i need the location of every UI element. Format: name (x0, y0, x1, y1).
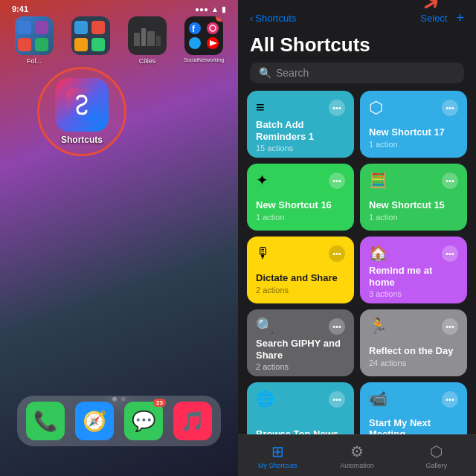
more-button[interactable]: ••• (329, 100, 345, 116)
svg-point-6 (189, 22, 201, 34)
more-button[interactable]: ••• (442, 391, 458, 408)
app-social[interactable]: 3 f SocialNetworking (178, 16, 229, 65)
card-content: New Shortcut 17 1 action (369, 123, 458, 149)
music-icon[interactable]: 🎵 (173, 402, 212, 440)
shortcut-card-16[interactable]: ✦ ••• New Shortcut 16 1 action (247, 164, 354, 231)
status-icons: ●●● ▲ ▮ (195, 5, 226, 13)
app-cities[interactable]: Cities (122, 16, 173, 65)
add-button[interactable]: + (456, 10, 464, 26)
tab-gallery[interactable]: ⬡ Gallery (396, 443, 476, 469)
folder-icon-1 (15, 16, 54, 55)
card-header: 🧮 ••• (369, 173, 458, 189)
card-icon: 🌐 (256, 391, 274, 406)
phone-emoji: 📞 (33, 410, 57, 433)
shortcuts-app-icon (55, 78, 109, 132)
more-button[interactable]: ••• (329, 318, 345, 335)
signal-icon: ●●● (195, 5, 208, 13)
svg-point-9 (210, 25, 216, 31)
card-title: New Shortcut 15 (369, 199, 458, 211)
shortcut-card-giphy[interactable]: 🔍 ••• Search GIPHY and Share 2 actions (247, 309, 354, 376)
card-icon: 🎙 (256, 245, 271, 260)
safari-icon[interactable]: 🧭 (75, 402, 114, 440)
messages-badge: 23 (153, 399, 166, 407)
badge: 3 (216, 16, 223, 22)
card-icon: 🏠 (369, 245, 387, 260)
card-content: Dictate and Share 2 actions (256, 269, 345, 295)
more-button[interactable]: ••• (442, 173, 458, 189)
social-icon: 3 f (184, 16, 223, 55)
gallery-label: Gallery (425, 462, 447, 469)
card-subtitle: 2 actions (256, 362, 345, 371)
social-svg: f (186, 18, 222, 54)
more-button[interactable]: ••• (442, 318, 458, 335)
shortcuts-app: ‹ Shortcuts ➜ Select + All Shortcuts 🔍 S… (238, 0, 476, 476)
tab-automation[interactable]: ⚙ Automation (318, 443, 397, 469)
shortcuts-label: Shortcuts (61, 135, 103, 145)
shortcut-card-17[interactable]: ⬡ ••• New Shortcut 17 1 action (360, 91, 467, 158)
tab-my-shortcuts[interactable]: ⊞ My Shortcuts (238, 443, 318, 469)
card-subtitle: 3 actions (369, 289, 458, 298)
more-button[interactable]: ••• (329, 391, 345, 408)
shortcut-card-reflect[interactable]: 🏃 ••• Reflect on the Day 24 actions (360, 309, 467, 376)
folder-mini (91, 38, 105, 51)
page-title: All Shortcuts (238, 30, 476, 62)
phone-icon[interactable]: 📞 (26, 402, 65, 440)
shortcuts-logo (65, 89, 98, 121)
card-header: 📹 ••• (369, 391, 458, 408)
shortcut-card-batch[interactable]: ≡ ••• Batch Add Reminders 1 15 actions (247, 91, 354, 158)
folder-mini (18, 38, 31, 51)
card-subtitle: 1 action (256, 213, 345, 222)
shortcut-card-dictate[interactable]: 🎙 ••• Dictate and Share 2 actions (247, 237, 354, 303)
folder-mini (18, 21, 31, 34)
svg-rect-4 (156, 36, 161, 46)
card-content: New Shortcut 15 1 action (369, 196, 458, 222)
svg-rect-2 (141, 28, 146, 46)
card-content: Batch Add Reminders 1 15 actions (256, 116, 345, 152)
home-screen: 9:41 ●●● ▲ ▮ Fol... (0, 0, 238, 476)
automation-icon: ⚙ (350, 443, 364, 460)
messages-icon[interactable]: 💬 23 (124, 402, 163, 440)
more-button[interactable]: ••• (442, 100, 458, 116)
shortcut-card-15[interactable]: 🧮 ••• New Shortcut 15 1 action (360, 164, 467, 231)
app-folder-2[interactable] (65, 16, 116, 65)
more-button[interactable]: ••• (329, 245, 345, 262)
folder-icon-2 (71, 16, 110, 55)
status-bar: 9:41 ●●● ▲ ▮ (0, 0, 238, 13)
folder-mini (35, 38, 48, 51)
card-content: Reflect on the Day 24 actions (369, 342, 458, 367)
app-label: Fol... (27, 57, 42, 65)
card-title: Search GIPHY and Share (256, 338, 345, 361)
card-content: Remind me at home 3 actions (369, 262, 458, 298)
svg-rect-1 (134, 33, 140, 46)
folder-mini (91, 21, 105, 34)
tab-bar: ⊞ My Shortcuts ⚙ Automation ⬡ Gallery (238, 434, 476, 476)
svg-point-10 (189, 37, 201, 49)
card-content: New Shortcut 16 1 action (256, 196, 345, 222)
messages-emoji: 💬 (132, 410, 155, 433)
card-header: 🎙 ••• (256, 245, 345, 262)
card-header: ✦ ••• (256, 173, 345, 189)
time: 9:41 (12, 4, 28, 13)
card-header: ≡ ••• (256, 100, 345, 116)
card-header: ⬡ ••• (369, 100, 458, 116)
shortcuts-highlight[interactable]: Shortcuts (37, 67, 126, 156)
arrow-indicator: ➜ Select (420, 13, 447, 24)
shortcut-card-remind[interactable]: 🏠 ••• Remind me at home 3 actions (360, 237, 467, 303)
card-title: New Shortcut 16 (256, 199, 345, 211)
back-button[interactable]: ‹ Shortcuts (250, 13, 296, 24)
folder-mini (74, 38, 88, 51)
card-header: 🌐 ••• (256, 391, 345, 408)
dock: 📞 🧭 💬 23 🎵 (17, 396, 221, 446)
more-button[interactable]: ••• (329, 173, 345, 189)
card-icon: 🏃 (369, 318, 387, 333)
app-folder-1[interactable]: Fol... (9, 16, 60, 65)
folder-mini (74, 21, 88, 34)
cities-icon (128, 16, 167, 55)
gallery-icon: ⬡ (430, 443, 443, 460)
more-button[interactable]: ••• (442, 245, 458, 262)
battery-icon: ▮ (222, 5, 226, 13)
card-icon: 🔍 (256, 318, 274, 333)
nav-actions: ➜ Select + (420, 10, 464, 26)
search-bar[interactable]: 🔍 Search (250, 62, 464, 83)
search-placeholder: Search (276, 67, 309, 79)
